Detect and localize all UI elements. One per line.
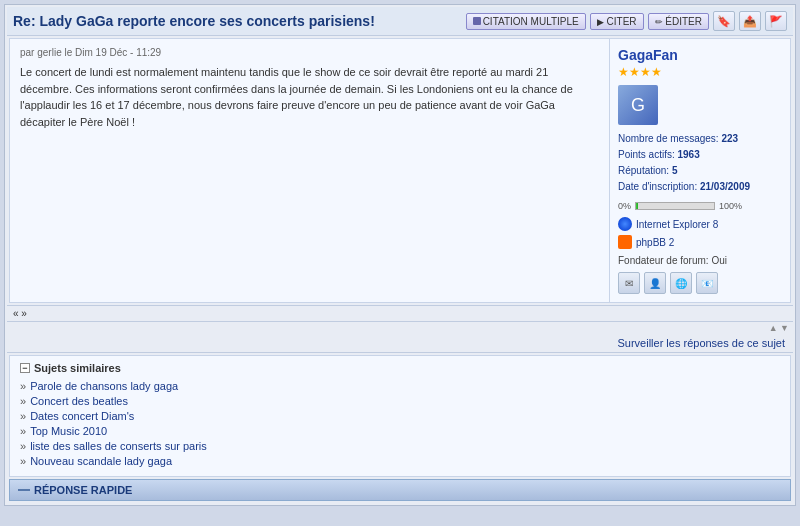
points-label: Points actifs: 1963 bbox=[618, 147, 782, 163]
citer-button[interactable]: ▶ CITER bbox=[590, 13, 644, 30]
editer-icon-small: ✏ bbox=[655, 17, 663, 27]
www-icon[interactable]: 🌐 bbox=[670, 272, 692, 294]
watch-bar: Surveiller les réponses de ce sujet bbox=[7, 334, 793, 353]
phpbb-icon bbox=[618, 235, 632, 249]
user-sidebar: GagaFan ★★★★ G Nombre de messages: 223 P… bbox=[610, 39, 790, 302]
user-info: Nombre de messages: 223 Points actifs: 1… bbox=[618, 131, 782, 195]
similar-item-1[interactable]: Concert des beatles bbox=[20, 395, 780, 407]
post-text: Le concert de lundi est normalement main… bbox=[20, 64, 599, 130]
toolbar-buttons: CITATION MULTIPLE ▶ CITER ✏ ÉDITER 🔖 📤 🚩 bbox=[466, 11, 787, 31]
watch-link[interactable]: Surveiller les réponses de ce sujet bbox=[617, 337, 785, 349]
page-wrapper: Re: Lady GaGa reporte encore ses concert… bbox=[4, 4, 796, 506]
similar-item-5[interactable]: Nouveau scandale lady gaga bbox=[20, 455, 780, 467]
avatar: G bbox=[618, 85, 658, 125]
ie-icon bbox=[618, 217, 632, 231]
similar-item-3[interactable]: Top Music 2010 bbox=[20, 425, 780, 437]
fast-reply-label: RÉPONSE RAPIDE bbox=[34, 484, 132, 496]
share-button[interactable]: 📤 bbox=[739, 11, 761, 31]
similar-item-2[interactable]: Dates concert Diam's bbox=[20, 410, 780, 422]
email-icon[interactable]: 📧 bbox=[696, 272, 718, 294]
citation-icon bbox=[473, 17, 481, 25]
alerte-progress bbox=[635, 202, 715, 210]
reputation-label: Réputation: 5 bbox=[618, 163, 782, 179]
citer-icon-small: ▶ bbox=[597, 17, 604, 27]
username: GagaFan bbox=[618, 47, 782, 63]
alerte-bar: 0% 100% bbox=[618, 201, 782, 211]
post-bottom-nav: « » bbox=[7, 305, 793, 322]
action-icons-group: ✉ 👤 🌐 📧 bbox=[618, 272, 782, 294]
similar-header: − Sujets similaires bbox=[20, 362, 780, 374]
messages-label: Nombre de messages: 223 bbox=[618, 131, 782, 147]
post-header: Re: Lady GaGa reporte encore ses concert… bbox=[7, 7, 793, 36]
mini-nav: « » bbox=[13, 308, 27, 319]
post-body: par gerlie le Dim 19 Déc - 11:29 Le conc… bbox=[10, 39, 610, 302]
bookmark-button[interactable]: 🔖 bbox=[713, 11, 735, 31]
similar-item-0[interactable]: Parole de chansons lady gaga bbox=[20, 380, 780, 392]
similar-items-list: Parole de chansons lady gaga Concert des… bbox=[20, 380, 780, 467]
post-meta: par gerlie le Dim 19 Déc - 11:29 bbox=[20, 47, 599, 58]
editer-button[interactable]: ✏ ÉDITER bbox=[648, 13, 709, 30]
pp-right: ▲ ▼ bbox=[7, 322, 793, 334]
alerte-fill bbox=[636, 203, 638, 209]
citation-multiple-button[interactable]: CITATION MULTIPLE bbox=[466, 13, 586, 30]
fast-reply-dash-icon bbox=[18, 489, 30, 491]
collapse-icon[interactable]: − bbox=[20, 363, 30, 373]
flag-button[interactable]: 🚩 bbox=[765, 11, 787, 31]
browser-badge: Internet Explorer 8 bbox=[618, 217, 782, 231]
similar-section: − Sujets similaires Parole de chansons l… bbox=[9, 355, 791, 477]
pm-icon[interactable]: ✉ bbox=[618, 272, 640, 294]
post-content-area: par gerlie le Dim 19 Déc - 11:29 Le conc… bbox=[9, 38, 791, 303]
post-title: Re: Lady GaGa reporte encore ses concert… bbox=[13, 13, 460, 29]
profile-icon[interactable]: 👤 bbox=[644, 272, 666, 294]
user-stars: ★★★★ bbox=[618, 65, 782, 79]
similar-item-4[interactable]: liste des salles de conserts sur paris bbox=[20, 440, 780, 452]
fondateur: Fondateur de forum: Oui bbox=[618, 255, 782, 266]
phpbb-badge: phpBB 2 bbox=[618, 235, 782, 249]
inscription-label: Date d'inscription: 21/03/2009 bbox=[618, 179, 782, 195]
fast-reply-bar: RÉPONSE RAPIDE bbox=[9, 479, 791, 501]
